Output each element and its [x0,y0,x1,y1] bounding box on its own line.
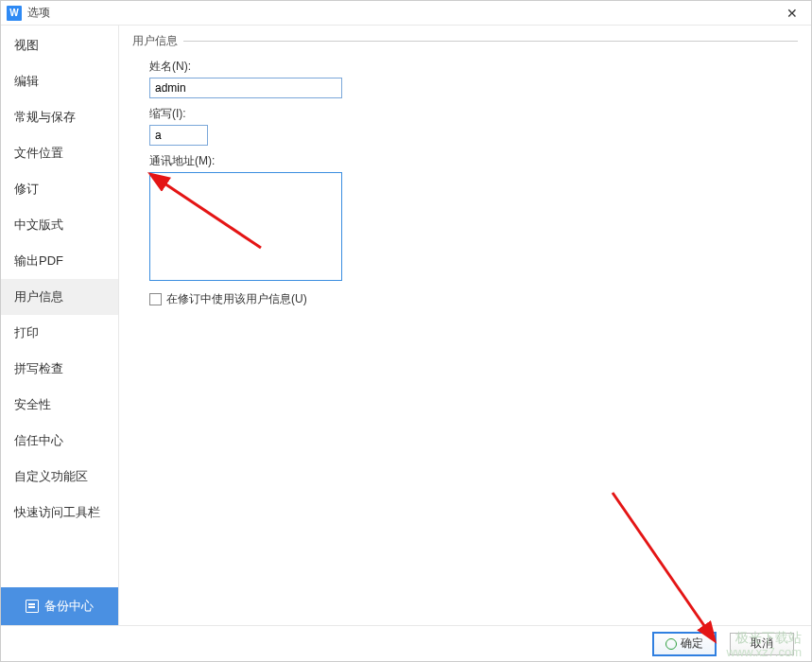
close-button[interactable]: ✕ [779,6,805,21]
ok-ring-icon [665,638,677,650]
content-pane: 用户信息 姓名(N): 缩写(I): 通讯地址(M): [119,26,811,625]
ok-label: 确定 [681,636,703,652]
app-icon: W [7,6,22,21]
sidebar-item-label: 中文版式 [14,218,63,232]
initials-input[interactable] [149,125,208,146]
sidebar-item-file-location[interactable]: 文件位置 [1,135,118,171]
sidebar-item-label: 拼写检查 [14,361,63,375]
sidebar-item-label: 输出PDF [14,253,63,268]
sidebar-item-chinese-layout[interactable]: 中文版式 [1,207,118,243]
sidebar: 视图 编辑 常规与保存 文件位置 修订 中文版式 输出PDF 用户信息 打印 拼… [1,26,119,625]
fieldset-legend: 用户信息 [132,33,183,49]
address-label: 通讯地址(M): [149,153,798,169]
checkbox-label: 在修订中使用该用户信息(U) [166,291,307,307]
sidebar-item-print[interactable]: 打印 [1,315,118,351]
watermark-line2: www.xz7.com [727,646,802,659]
dialog-title: 选项 [27,5,779,21]
sidebar-list: 视图 编辑 常规与保存 文件位置 修订 中文版式 输出PDF 用户信息 打印 拼… [1,26,118,587]
options-dialog: W 选项 ✕ 视图 编辑 常规与保存 文件位置 修订 中文版式 输出PDF 用户… [0,0,812,662]
sidebar-item-edit[interactable]: 编辑 [1,63,118,99]
sidebar-item-label: 常规与保存 [14,110,76,124]
name-input[interactable] [149,78,342,98]
dialog-body: 视图 编辑 常规与保存 文件位置 修订 中文版式 输出PDF 用户信息 打印 拼… [1,26,811,625]
sidebar-item-label: 自定义功能区 [14,469,88,483]
backup-center-button[interactable]: 备份中心 [1,587,118,625]
backup-icon [26,600,39,613]
sidebar-item-customize-ribbon[interactable]: 自定义功能区 [1,459,118,495]
sidebar-item-label: 文件位置 [14,146,63,160]
sidebar-item-label: 用户信息 [14,289,63,304]
sidebar-item-quick-access[interactable]: 快速访问工具栏 [1,495,118,531]
sidebar-item-revision[interactable]: 修订 [1,171,118,207]
name-label: 姓名(N): [149,59,798,75]
sidebar-item-label: 信任中心 [14,433,63,447]
sidebar-item-label: 打印 [14,325,39,340]
sidebar-item-trust-center[interactable]: 信任中心 [1,423,118,459]
sidebar-item-security[interactable]: 安全性 [1,387,118,423]
titlebar: W 选项 ✕ [1,1,811,26]
sidebar-item-spellcheck[interactable]: 拼写检查 [1,351,118,387]
initials-label: 缩写(I): [149,106,798,122]
sidebar-item-output-pdf[interactable]: 输出PDF [1,243,118,279]
sidebar-item-label: 快速访问工具栏 [14,505,100,519]
sidebar-item-general-save[interactable]: 常规与保存 [1,99,118,135]
sidebar-item-label: 修订 [14,182,39,196]
watermark-line1: 极光下载站 [727,631,802,645]
sidebar-item-label: 视图 [14,38,39,52]
user-info-fieldset: 用户信息 姓名(N): 缩写(I): 通讯地址(M): [132,33,798,307]
backup-label: 备份中心 [44,598,94,615]
ok-button[interactable]: 确定 [652,632,717,656]
sidebar-item-view[interactable]: 视图 [1,27,118,63]
address-textarea[interactable] [149,172,342,281]
use-in-revision-checkbox[interactable] [149,293,162,305]
sidebar-item-label: 安全性 [14,397,51,411]
watermark: 极光下载站 www.xz7.com [727,631,802,659]
dialog-footer: 确定 取消 [1,625,811,661]
sidebar-item-user-info[interactable]: 用户信息 [1,279,118,315]
sidebar-item-label: 编辑 [14,74,39,88]
